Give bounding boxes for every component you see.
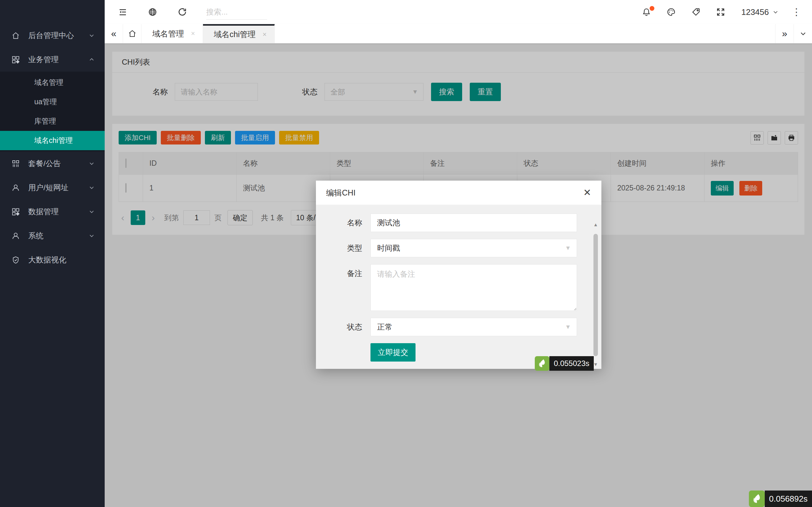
modal-title: 编辑CHI (326, 187, 356, 198)
tab-domain-chi-mgmt[interactable]: 域名chi管理 × (203, 24, 275, 43)
user-icon (11, 183, 20, 192)
modal-scrollbar[interactable]: ▲ ▼ (593, 222, 599, 367)
chevron-down-icon (88, 208, 95, 215)
grid-icon (11, 208, 20, 216)
sidebar-item-domain-chi-mgmt[interactable]: 域名chi管理 (0, 131, 105, 150)
fullscreen-icon[interactable] (715, 7, 726, 17)
chevron-down-icon: ▼ (565, 324, 571, 331)
tabs-scroll-right-button[interactable]: » (775, 24, 794, 43)
close-icon[interactable]: × (191, 30, 195, 38)
type-label: 类型 (316, 239, 370, 257)
chevron-down-icon (772, 9, 779, 15)
sidebar-item-domain-mgmt[interactable]: 域名管理 (0, 73, 105, 92)
bell-icon[interactable] (641, 7, 652, 17)
sidebar-item-business-mgmt[interactable]: 业务管理 (0, 48, 105, 72)
edit-chi-modal: 编辑CHI ✕ 名称 类型 时间戳 ▼ 备注 状态 正常 (316, 181, 601, 369)
modal-trace-badge: 0.055023s (535, 356, 594, 371)
notification-dot (650, 6, 654, 11)
sidebar-item-label: 后台管理中心 (28, 31, 74, 41)
trace-flame-icon[interactable] (749, 491, 765, 507)
chevron-down-icon (88, 160, 95, 167)
refresh-icon[interactable] (177, 7, 188, 17)
sidebar-item-admin-center[interactable]: 后台管理中心 (0, 23, 105, 48)
globe-icon[interactable] (147, 7, 158, 17)
scroll-up-arrow[interactable]: ▲ (593, 222, 599, 227)
palette-icon[interactable] (666, 7, 676, 17)
sidebar-item-data-mgmt[interactable]: 数据管理 (0, 200, 105, 224)
search-input[interactable] (206, 4, 267, 20)
modal-timer-label: 0.055023s (549, 356, 594, 371)
chevron-down-icon (88, 184, 95, 191)
topbar-right: 123456 ⋮ (627, 7, 812, 17)
close-icon[interactable]: × (263, 31, 267, 39)
home-tab[interactable] (123, 24, 142, 43)
name-label: 名称 (316, 214, 370, 232)
booth-icon (11, 159, 20, 168)
tabbar: « 域名管理 × 域名chi管理 × » (105, 24, 812, 43)
tab-label: 域名管理 (152, 29, 184, 39)
sidebar-item-label: 数据管理 (28, 207, 59, 217)
tab-domain-mgmt[interactable]: 域名管理 × (142, 24, 203, 43)
sidebar-item-user-shorturl[interactable]: 用户/短网址 (0, 176, 105, 200)
tabbar-spacer (275, 24, 775, 43)
username: 123456 (741, 7, 769, 17)
sidebar-item-bigdata-visual[interactable]: 大数据视化 (0, 248, 105, 272)
status-select-value: 正常 (377, 322, 392, 332)
user-menu[interactable]: 123456 (741, 7, 779, 17)
chevron-down-icon (88, 32, 95, 39)
modal-body: 名称 类型 时间戳 ▼ 备注 状态 正常 ▼ 立即提交 (316, 205, 601, 369)
name-input[interactable] (370, 214, 577, 232)
sidebar-item-system[interactable]: 系统 (0, 224, 105, 248)
home-icon (11, 32, 20, 40)
modal-status-row: 状态 正常 ▼ (316, 318, 601, 336)
shield-check-icon (11, 256, 20, 264)
collapse-menu-icon[interactable] (117, 7, 128, 17)
sidebar: 后台管理中心 业务管理 域名管理 ua管理 库管理 域名chi管理 套餐/公告 (0, 0, 105, 507)
status-select[interactable]: 正常 ▼ (370, 318, 577, 336)
status-label: 状态 (316, 318, 370, 336)
grid-icon (11, 55, 20, 64)
modal-type-row: 类型 时间戳 ▼ (316, 239, 601, 257)
page-trace-badge: 0.056892s (749, 491, 812, 507)
kebab-menu-icon[interactable]: ⋮ (792, 7, 801, 17)
trace-flame-icon[interactable] (535, 356, 549, 371)
tab-label: 域名chi管理 (214, 29, 256, 40)
sidebar-item-label: 用户/短网址 (28, 182, 68, 193)
sidebar-item-ua-mgmt[interactable]: ua管理 (0, 92, 105, 112)
scrollbar-thumb[interactable] (594, 234, 598, 356)
tabs-menu-button[interactable] (794, 24, 812, 43)
sidebar-item-package-notice[interactable]: 套餐/公告 (0, 152, 105, 176)
close-icon[interactable]: ✕ (583, 188, 591, 198)
modal-remark-row: 备注 (316, 264, 601, 311)
type-select[interactable]: 时间戳 ▼ (370, 239, 577, 257)
sidebar-item-label: 套餐/公告 (28, 158, 61, 169)
tag-icon[interactable] (691, 7, 701, 17)
sidebar-submenu-business: 域名管理 ua管理 库管理 域名chi管理 (0, 72, 105, 152)
tabs-scroll-left-button[interactable]: « (105, 24, 123, 43)
sidebar-item-label: 大数据视化 (28, 255, 66, 265)
type-select-value: 时间戳 (377, 243, 400, 253)
chevron-down-icon (88, 232, 95, 239)
chevron-down-icon: ▼ (565, 245, 571, 251)
modal-header: 编辑CHI ✕ (316, 181, 601, 205)
topbar: 123456 ⋮ (105, 0, 812, 24)
remark-textarea[interactable] (370, 264, 577, 311)
remark-label: 备注 (316, 264, 370, 311)
page-timer-label: 0.056892s (765, 491, 812, 507)
submit-button[interactable]: 立即提交 (370, 343, 415, 361)
sidebar-item-lib-mgmt[interactable]: 库管理 (0, 112, 105, 131)
page: 后台管理中心 业务管理 域名管理 ua管理 库管理 域名chi管理 套餐/公告 (0, 0, 812, 507)
modal-name-row: 名称 (316, 214, 601, 232)
sidebar-item-label: 业务管理 (28, 55, 59, 65)
chevron-up-icon (88, 56, 95, 63)
user-icon (11, 232, 20, 240)
sidebar-item-label: 系统 (28, 231, 44, 241)
